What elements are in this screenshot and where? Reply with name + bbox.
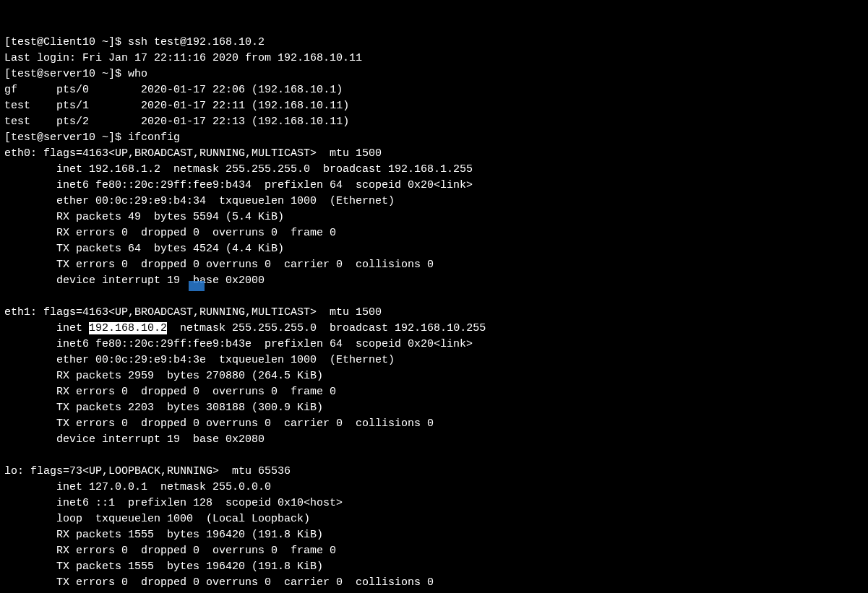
eth0-inet6: inet6 fe80::20c:29ff:fee9:b434 prefixlen… — [4, 179, 473, 191]
eth1-inet: inet 192.168.10.2 netmask 255.255.255.0 … — [4, 322, 486, 334]
eth1-ether: ether 00:0c:29:e9:b4:3e txqueuelen 1000 … — [4, 354, 395, 366]
who-row: test pts/1 2020-01-17 22:11 (192.168.10.… — [4, 100, 349, 112]
terminal-window[interactable]: [test@Client10 ~]$ ssh test@192.168.10.2… — [0, 0, 868, 593]
lo-txp: TX packets 1555 bytes 196420 (191.8 KiB) — [4, 560, 323, 573]
eth0-header: eth0: flags=4163<UP,BROADCAST,RUNNING,MU… — [4, 147, 382, 160]
who-row: test pts/2 2020-01-17 22:13 (192.168.10.… — [4, 116, 349, 128]
eth1-txp: TX packets 2203 bytes 308188 (300.9 KiB) — [4, 402, 323, 414]
eth0-rxp: RX packets 49 bytes 5594 (5.4 KiB) — [4, 211, 284, 223]
eth0-ether: ether 00:0c:29:e9:b4:34 txqueuelen 1000 … — [4, 195, 395, 207]
eth1-ip-highlight: 192.168.10.2 — [89, 322, 167, 334]
eth1-rxe: RX errors 0 dropped 0 overruns 0 frame 0 — [4, 386, 336, 398]
lo-txe: TX errors 0 dropped 0 overruns 0 carrier… — [4, 576, 434, 589]
eth1-txe: TX errors 0 dropped 0 overruns 0 carrier… — [4, 417, 434, 430]
eth1-inet6: inet6 fe80::20c:29ff:fee9:b43e prefixlen… — [4, 338, 473, 350]
eth0-txe: TX errors 0 dropped 0 overruns 0 carrier… — [4, 259, 434, 271]
prompt-client: [test@Client10 ~]$ — [4, 36, 128, 48]
lo-header: lo: flags=73<UP,LOOPBACK,RUNNING> mtu 65… — [4, 465, 291, 477]
eth1-header: eth1: flags=4163<UP,BROADCAST,RUNNING,MU… — [4, 306, 382, 319]
eth0-txp: TX packets 64 bytes 4524 (4.4 KiB) — [4, 243, 284, 255]
last-login: Last login: Fri Jan 17 22:11:16 2020 fro… — [4, 52, 362, 64]
lo-rxp: RX packets 1555 bytes 196420 (191.8 KiB) — [4, 529, 323, 541]
lo-inet: inet 127.0.0.1 netmask 255.0.0.0 — [4, 481, 271, 493]
lo-rxe: RX errors 0 dropped 0 overruns 0 frame 0 — [4, 545, 336, 557]
eth0-dev: device interrupt 19 base 0x2000 — [4, 274, 265, 287]
prompt-server: [test@server10 ~]$ — [4, 68, 128, 80]
who-row: gf pts/0 2020-01-17 22:06 (192.168.10.1) — [4, 84, 343, 96]
cmd-ifconfig: ifconfig — [128, 131, 180, 144]
lo-loop: loop txqueuelen 1000 (Local Loopback) — [4, 513, 310, 525]
eth0-inet: inet 192.168.1.2 netmask 255.255.255.0 b… — [4, 163, 473, 176]
cmd-who: who — [128, 68, 147, 80]
eth1-dev: device interrupt 19 base 0x2080 — [4, 433, 265, 446]
eth1-rxp: RX packets 2959 bytes 270880 (264.5 KiB) — [4, 370, 323, 382]
eth0-rxe: RX errors 0 dropped 0 overruns 0 frame 0 — [4, 227, 336, 239]
lo-inet6: inet6 ::1 prefixlen 128 scopeid 0x10<hos… — [4, 497, 343, 509]
prompt-server: [test@server10 ~]$ — [4, 131, 128, 144]
cmd-ssh: ssh test@192.168.10.2 — [128, 36, 265, 48]
